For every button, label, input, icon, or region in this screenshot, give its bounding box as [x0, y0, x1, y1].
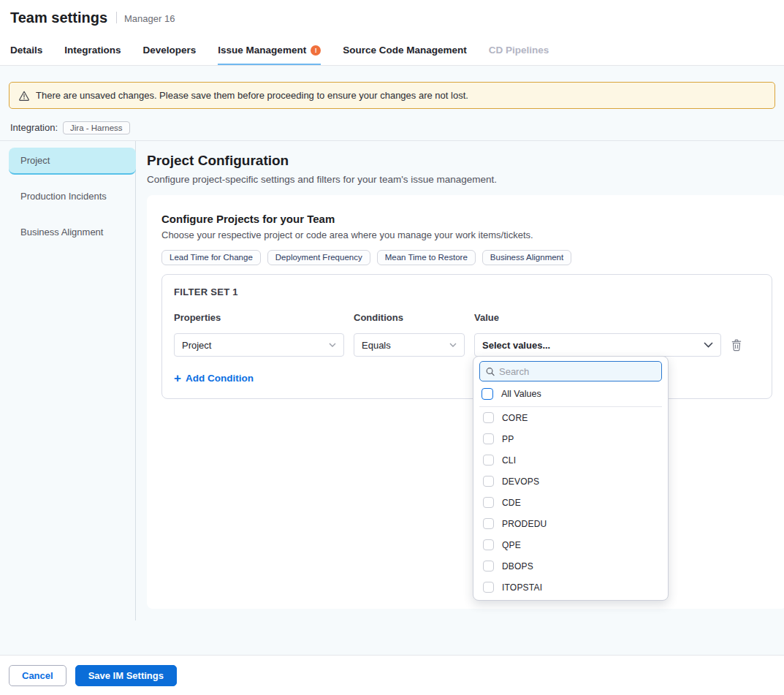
trash-icon [731, 339, 742, 352]
option-devops-checkbox[interactable] [483, 476, 494, 487]
option-dbops-checkbox[interactable] [483, 561, 494, 571]
conditions-column-label: Conditions [354, 312, 465, 323]
integration-label: Integration: [10, 122, 58, 133]
filter-set-title: FILTER SET 1 [174, 286, 760, 297]
option-pp-label: PP [502, 434, 514, 444]
all-values-label: All Values [501, 389, 541, 399]
option-qpe-checkbox[interactable] [483, 539, 494, 550]
tab-issue-management[interactable]: Issue Management ! [218, 35, 321, 65]
project-config-card: Configure Projects for your Team Choose … [147, 195, 784, 609]
option-prodedu-checkbox[interactable] [483, 518, 494, 529]
option-devops[interactable]: DEVOPS [479, 471, 662, 492]
dropdown-options-list: CORE PP CLI DEVOPS CDE PRODEDU QPE DBOP [479, 407, 662, 601]
unsaved-changes-text: There are unsaved changes. Please save t… [36, 90, 468, 101]
chevron-down-icon [704, 342, 713, 348]
dropdown-search-box[interactable] [479, 361, 662, 381]
chevron-down-icon [329, 343, 336, 347]
option-prodedu-label: PRODEDU [502, 519, 547, 529]
option-itopstai-checkbox[interactable] [483, 582, 494, 593]
alert-badge-icon: ! [311, 45, 321, 56]
tab-source-code-management-label: Source Code Management [343, 45, 467, 56]
tab-details-label: Details [10, 45, 42, 56]
cancel-button[interactable]: Cancel [9, 665, 66, 686]
sidebar-item-business-alignment[interactable]: Business Alignment [9, 219, 136, 246]
tab-integrations-label: Integrations [64, 45, 121, 56]
option-devops-label: DEVOPS [502, 476, 539, 487]
metric-chips: Lead Time for Change Deployment Frequenc… [161, 250, 772, 265]
option-pipe[interactable]: PIPE [479, 598, 662, 601]
option-cli-label: CLI [502, 455, 516, 466]
option-core[interactable]: CORE [479, 407, 662, 428]
chip-business-alignment[interactable]: Business Alignment [482, 250, 571, 265]
sidebar-item-production-incidents[interactable]: Production Incidents [9, 183, 136, 210]
filter-grid: Properties Conditions Value Project Equa… [174, 312, 760, 357]
option-core-label: CORE [502, 413, 528, 423]
all-values-checkbox[interactable] [482, 388, 493, 400]
tab-developers-label: Developers [143, 45, 197, 56]
chip-mean-time-to-restore[interactable]: Mean Time to Restore [377, 250, 476, 265]
value-multiselect[interactable]: Select values... [474, 333, 721, 357]
properties-select[interactable]: Project [174, 333, 344, 357]
value-multiselect-placeholder: Select values... [482, 340, 550, 351]
option-cde-label: CDE [502, 498, 521, 508]
option-cde-checkbox[interactable] [483, 497, 494, 508]
value-column-label: Value [474, 312, 721, 323]
tab-issue-management-label: Issue Management [218, 45, 306, 56]
chip-deployment-frequency[interactable]: Deployment Frequency [267, 250, 370, 265]
section-subtitle: Configure project-specific settings and … [147, 174, 784, 185]
conditions-select-value: Equals [362, 340, 391, 351]
option-dbops[interactable]: DBOPS [479, 555, 662, 577]
option-cde[interactable]: CDE [479, 492, 662, 513]
tab-cd-pipelines-label: CD Pipelines [489, 45, 549, 56]
all-values-row[interactable]: All Values [479, 381, 662, 407]
page-header: Team settings Manager 16 [0, 0, 784, 35]
integration-chip[interactable]: Jira - Harness [63, 121, 130, 134]
option-itopstai[interactable]: ITOPSTAI [479, 577, 662, 598]
plus-icon: + [174, 373, 181, 383]
unsaved-changes-banner: There are unsaved changes. Please save t… [9, 82, 775, 109]
tab-details[interactable]: Details [10, 35, 42, 65]
card-subtitle: Choose your respective project or code a… [161, 229, 772, 240]
warning-triangle-icon [18, 90, 30, 102]
option-cli-checkbox[interactable] [483, 455, 494, 466]
option-itopstai-label: ITOPSTAI [502, 582, 542, 593]
integration-row: Integration: Jira - Harness [10, 120, 784, 135]
team-name-label: Manager 16 [124, 12, 175, 24]
sidebar-item-production-incidents-label: Production Incidents [20, 191, 107, 202]
option-qpe-label: QPE [502, 540, 521, 550]
dropdown-search-input[interactable] [499, 366, 655, 377]
properties-column-label: Properties [174, 312, 344, 323]
page-title: Team settings [10, 10, 107, 26]
option-pp-checkbox[interactable] [483, 433, 494, 444]
main-panel: Project Configuration Configure project-… [136, 141, 784, 620]
settings-sidebar: Project Production Incidents Business Al… [0, 141, 136, 620]
tab-developers[interactable]: Developers [143, 35, 197, 65]
title-divider [116, 12, 117, 23]
value-dropdown-panel: All Values CORE PP CLI DEVOPS CDE PRODED… [473, 356, 669, 601]
tab-cd-pipelines: CD Pipelines [489, 35, 549, 65]
option-core-checkbox[interactable] [483, 412, 494, 423]
add-condition-button[interactable]: + Add Condition [174, 373, 254, 384]
option-cli[interactable]: CLI [479, 449, 662, 471]
search-icon [486, 367, 495, 376]
card-title: Configure Projects for your Team [161, 213, 772, 225]
settings-tabbar: Details Integrations Developers Issue Ma… [0, 35, 784, 66]
chevron-down-icon [449, 343, 457, 347]
filter-set-1: FILTER SET 1 Properties Conditions Value… [161, 274, 772, 399]
conditions-select[interactable]: Equals [354, 333, 465, 357]
option-prodedu[interactable]: PRODEDU [479, 513, 662, 534]
add-condition-label: Add Condition [186, 373, 254, 384]
properties-select-value: Project [182, 340, 211, 351]
footer-actions: Cancel Save IM Settings [0, 655, 784, 695]
option-qpe[interactable]: QPE [479, 534, 662, 555]
option-dbops-label: DBOPS [502, 561, 533, 571]
sidebar-item-business-alignment-label: Business Alignment [20, 227, 103, 238]
option-pp[interactable]: PP [479, 428, 662, 449]
delete-condition-button[interactable] [731, 336, 748, 354]
tab-integrations[interactable]: Integrations [64, 35, 121, 65]
tab-source-code-management[interactable]: Source Code Management [343, 35, 467, 65]
chip-lead-time-for-change[interactable]: Lead Time for Change [161, 250, 261, 265]
save-im-settings-button[interactable]: Save IM Settings [75, 665, 177, 686]
sidebar-item-project[interactable]: Project [9, 148, 136, 175]
section-title: Project Configuration [147, 153, 784, 169]
